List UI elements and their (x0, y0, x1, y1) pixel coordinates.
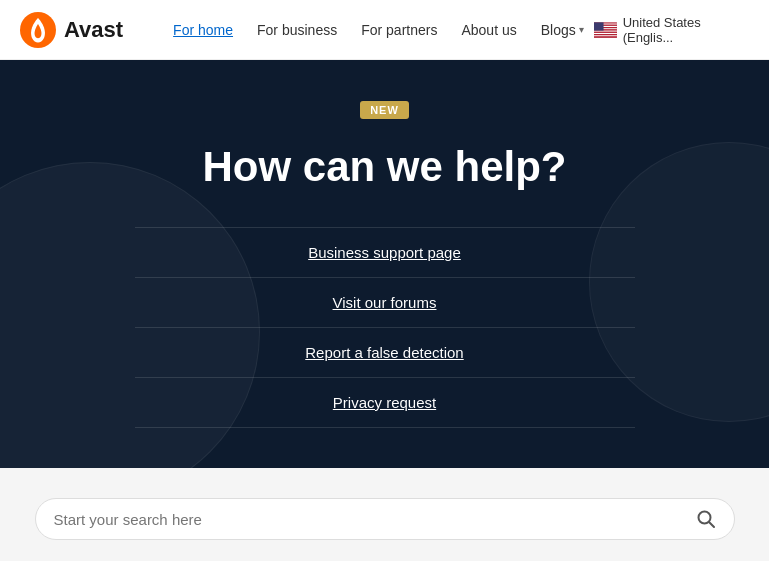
svg-line-16 (709, 522, 714, 527)
link-business-support[interactable]: Business support page (135, 227, 635, 277)
chevron-down-icon: ▾ (579, 24, 584, 35)
link-privacy-request[interactable]: Privacy request (135, 377, 635, 428)
logo-text: Avast (64, 17, 123, 43)
search-section (0, 468, 769, 561)
svg-rect-11 (594, 34, 617, 35)
nav-for-partners[interactable]: For partners (351, 16, 447, 44)
search-input[interactable] (54, 511, 696, 528)
nav-blogs[interactable]: Blogs ▾ (531, 16, 594, 44)
svg-rect-8 (594, 30, 617, 31)
svg-rect-13 (594, 36, 617, 37)
svg-rect-9 (594, 31, 617, 32)
header: Avast For home For business For partners… (0, 0, 769, 60)
svg-rect-12 (594, 35, 617, 36)
nav-for-business[interactable]: For business (247, 16, 347, 44)
flag-icon (594, 22, 617, 38)
new-badge: NEW (360, 101, 409, 119)
svg-rect-14 (594, 22, 604, 30)
link-report-false-detection[interactable]: Report a false detection (135, 327, 635, 377)
hero-section: NEW How can we help? Business support pa… (0, 60, 769, 468)
search-bar (35, 498, 735, 540)
nav-about-us[interactable]: About us (451, 16, 526, 44)
locale-label: United States (Englis... (623, 15, 749, 45)
hero-title: How can we help? (202, 143, 566, 191)
badge-row: NEW (360, 100, 409, 135)
avast-logo-icon (20, 12, 56, 48)
link-visit-forums[interactable]: Visit our forums (135, 277, 635, 327)
search-icon (696, 509, 716, 529)
locale-selector[interactable]: United States (Englis... (594, 15, 749, 45)
main-nav: For home For business For partners About… (163, 16, 594, 44)
nav-blogs-label: Blogs (541, 22, 576, 38)
search-button[interactable] (696, 509, 716, 529)
logo[interactable]: Avast (20, 12, 123, 48)
svg-rect-10 (594, 32, 617, 33)
hero-links: Business support page Visit our forums R… (20, 227, 749, 428)
nav-for-home[interactable]: For home (163, 16, 243, 44)
